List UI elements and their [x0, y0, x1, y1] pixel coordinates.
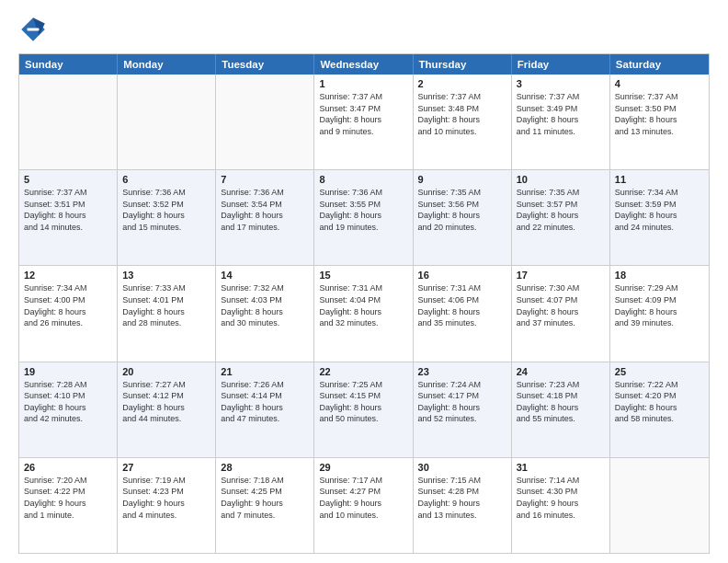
- calendar-cell: 29Sunrise: 7:17 AM Sunset: 4:27 PM Dayli…: [314, 458, 413, 553]
- calendar-cell: [118, 75, 216, 169]
- svg-rect-2: [28, 28, 40, 30]
- day-number: 14: [221, 270, 309, 281]
- day-number: 28: [221, 462, 309, 473]
- calendar-cell: 26Sunrise: 7:20 AM Sunset: 4:22 PM Dayli…: [19, 458, 118, 553]
- day-number: 23: [418, 366, 506, 377]
- day-number: 17: [517, 270, 605, 281]
- day-info: Sunrise: 7:17 AM Sunset: 4:27 PM Dayligh…: [319, 475, 407, 521]
- day-number: 26: [24, 462, 112, 473]
- calendar-cell: 11Sunrise: 7:34 AM Sunset: 3:59 PM Dayli…: [610, 170, 709, 265]
- calendar-cell: 23Sunrise: 7:24 AM Sunset: 4:17 PM Dayli…: [414, 362, 512, 457]
- calendar-cell: 5Sunrise: 7:37 AM Sunset: 3:51 PM Daylig…: [19, 170, 118, 265]
- day-number: 21: [221, 366, 309, 377]
- day-number: 24: [517, 366, 605, 377]
- calendar-header-cell: Thursday: [414, 54, 512, 75]
- day-info: Sunrise: 7:27 AM Sunset: 4:12 PM Dayligh…: [122, 379, 210, 425]
- calendar-row: 12Sunrise: 7:34 AM Sunset: 4:00 PM Dayli…: [19, 265, 709, 361]
- calendar-cell: 27Sunrise: 7:19 AM Sunset: 4:23 PM Dayli…: [118, 458, 216, 553]
- day-number: 6: [122, 174, 210, 185]
- day-info: Sunrise: 7:26 AM Sunset: 4:14 PM Dayligh…: [221, 379, 309, 425]
- day-info: Sunrise: 7:25 AM Sunset: 4:15 PM Dayligh…: [319, 379, 407, 425]
- day-number: 8: [319, 174, 407, 185]
- day-number: 3: [517, 78, 605, 89]
- calendar: SundayMondayTuesdayWednesdayThursdayFrid…: [18, 53, 710, 554]
- day-number: 18: [615, 270, 704, 281]
- day-info: Sunrise: 7:37 AM Sunset: 3:47 PM Dayligh…: [319, 91, 407, 137]
- calendar-cell: 22Sunrise: 7:25 AM Sunset: 4:15 PM Dayli…: [314, 362, 413, 457]
- calendar-cell: 12Sunrise: 7:34 AM Sunset: 4:00 PM Dayli…: [19, 266, 118, 361]
- calendar-header-cell: Saturday: [610, 54, 709, 75]
- calendar-cell: 4Sunrise: 7:37 AM Sunset: 3:50 PM Daylig…: [610, 75, 709, 169]
- calendar-cell: 16Sunrise: 7:31 AM Sunset: 4:06 PM Dayli…: [414, 266, 512, 361]
- calendar-cell: 7Sunrise: 7:36 AM Sunset: 3:54 PM Daylig…: [216, 170, 314, 265]
- calendar-cell: 9Sunrise: 7:35 AM Sunset: 3:56 PM Daylig…: [414, 170, 512, 265]
- day-number: 11: [615, 174, 704, 185]
- day-info: Sunrise: 7:24 AM Sunset: 4:17 PM Dayligh…: [418, 379, 506, 425]
- calendar-cell: 20Sunrise: 7:27 AM Sunset: 4:12 PM Dayli…: [118, 362, 216, 457]
- calendar-cell: 6Sunrise: 7:36 AM Sunset: 3:52 PM Daylig…: [118, 170, 216, 265]
- day-number: 29: [319, 462, 407, 473]
- day-number: 4: [615, 78, 704, 89]
- day-info: Sunrise: 7:35 AM Sunset: 3:56 PM Dayligh…: [418, 187, 506, 233]
- day-info: Sunrise: 7:36 AM Sunset: 3:55 PM Dayligh…: [319, 187, 407, 233]
- calendar-cell: 14Sunrise: 7:32 AM Sunset: 4:03 PM Dayli…: [216, 266, 314, 361]
- calendar-header-cell: Wednesday: [314, 54, 413, 75]
- day-number: 5: [24, 174, 112, 185]
- calendar-cell: 21Sunrise: 7:26 AM Sunset: 4:14 PM Dayli…: [216, 362, 314, 457]
- day-info: Sunrise: 7:37 AM Sunset: 3:50 PM Dayligh…: [615, 91, 704, 137]
- day-number: 12: [24, 270, 112, 281]
- calendar-cell: 28Sunrise: 7:18 AM Sunset: 4:25 PM Dayli…: [216, 458, 314, 553]
- day-info: Sunrise: 7:34 AM Sunset: 3:59 PM Dayligh…: [615, 187, 704, 233]
- day-info: Sunrise: 7:28 AM Sunset: 4:10 PM Dayligh…: [24, 379, 112, 425]
- day-info: Sunrise: 7:23 AM Sunset: 4:18 PM Dayligh…: [517, 379, 605, 425]
- day-info: Sunrise: 7:34 AM Sunset: 4:00 PM Dayligh…: [24, 282, 112, 328]
- calendar-body: 1Sunrise: 7:37 AM Sunset: 3:47 PM Daylig…: [19, 75, 709, 553]
- day-number: 7: [221, 174, 309, 185]
- day-number: 10: [517, 174, 605, 185]
- day-info: Sunrise: 7:20 AM Sunset: 4:22 PM Dayligh…: [24, 475, 112, 521]
- day-number: 19: [24, 366, 112, 377]
- day-number: 30: [418, 462, 506, 473]
- day-number: 1: [319, 78, 407, 89]
- day-info: Sunrise: 7:37 AM Sunset: 3:49 PM Dayligh…: [517, 91, 605, 137]
- day-info: Sunrise: 7:15 AM Sunset: 4:28 PM Dayligh…: [418, 475, 506, 521]
- day-info: Sunrise: 7:37 AM Sunset: 3:51 PM Dayligh…: [24, 187, 112, 233]
- calendar-row: 5Sunrise: 7:37 AM Sunset: 3:51 PM Daylig…: [19, 169, 709, 265]
- calendar-cell: [19, 75, 118, 169]
- day-number: 31: [517, 462, 605, 473]
- day-number: 15: [319, 270, 407, 281]
- day-info: Sunrise: 7:22 AM Sunset: 4:20 PM Dayligh…: [615, 379, 704, 425]
- day-number: 16: [418, 270, 506, 281]
- page: SundayMondayTuesdayWednesdayThursdayFrid…: [0, 0, 728, 563]
- calendar-header-cell: Friday: [512, 54, 610, 75]
- calendar-cell: 1Sunrise: 7:37 AM Sunset: 3:47 PM Daylig…: [314, 75, 413, 169]
- calendar-header-cell: Sunday: [19, 54, 118, 75]
- calendar-cell: 2Sunrise: 7:37 AM Sunset: 3:48 PM Daylig…: [414, 75, 512, 169]
- calendar-header-cell: Tuesday: [216, 54, 314, 75]
- calendar-cell: 18Sunrise: 7:29 AM Sunset: 4:09 PM Dayli…: [610, 266, 709, 361]
- day-number: 2: [418, 78, 506, 89]
- day-info: Sunrise: 7:37 AM Sunset: 3:48 PM Dayligh…: [418, 91, 506, 137]
- day-number: 9: [418, 174, 506, 185]
- day-info: Sunrise: 7:19 AM Sunset: 4:23 PM Dayligh…: [122, 475, 210, 521]
- calendar-cell: 8Sunrise: 7:36 AM Sunset: 3:55 PM Daylig…: [314, 170, 413, 265]
- calendar-cell: 10Sunrise: 7:35 AM Sunset: 3:57 PM Dayli…: [512, 170, 610, 265]
- day-info: Sunrise: 7:36 AM Sunset: 3:54 PM Dayligh…: [221, 187, 309, 233]
- day-info: Sunrise: 7:32 AM Sunset: 4:03 PM Dayligh…: [221, 282, 309, 328]
- calendar-row: 26Sunrise: 7:20 AM Sunset: 4:22 PM Dayli…: [19, 457, 709, 553]
- calendar-header: SundayMondayTuesdayWednesdayThursdayFrid…: [19, 54, 709, 75]
- day-info: Sunrise: 7:29 AM Sunset: 4:09 PM Dayligh…: [615, 282, 704, 328]
- day-info: Sunrise: 7:14 AM Sunset: 4:30 PM Dayligh…: [517, 475, 605, 521]
- calendar-row: 1Sunrise: 7:37 AM Sunset: 3:47 PM Daylig…: [19, 75, 709, 169]
- calendar-cell: 19Sunrise: 7:28 AM Sunset: 4:10 PM Dayli…: [19, 362, 118, 457]
- calendar-cell: 3Sunrise: 7:37 AM Sunset: 3:49 PM Daylig…: [512, 75, 610, 169]
- calendar-cell: 13Sunrise: 7:33 AM Sunset: 4:01 PM Dayli…: [118, 266, 216, 361]
- logo-icon: [18, 15, 48, 44]
- calendar-cell: 24Sunrise: 7:23 AM Sunset: 4:18 PM Dayli…: [512, 362, 610, 457]
- day-number: 13: [122, 270, 210, 281]
- calendar-cell: 30Sunrise: 7:15 AM Sunset: 4:28 PM Dayli…: [414, 458, 512, 553]
- day-number: 27: [122, 462, 210, 473]
- day-number: 20: [122, 366, 210, 377]
- day-info: Sunrise: 7:36 AM Sunset: 3:52 PM Dayligh…: [122, 187, 210, 233]
- calendar-cell: [610, 458, 709, 553]
